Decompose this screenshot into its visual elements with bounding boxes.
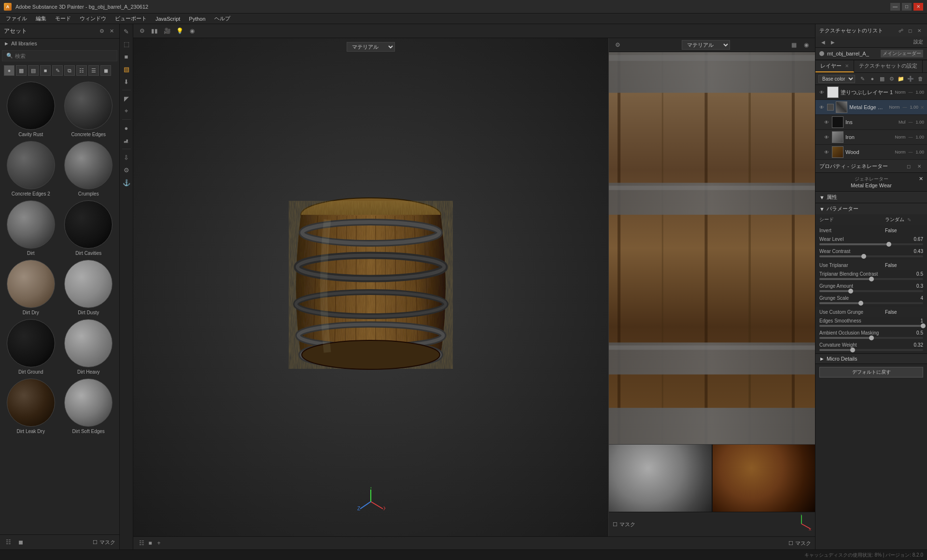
layer-generator-icon[interactable]: ⚙ <box>888 74 896 83</box>
param-edit-seed-icon[interactable]: ✎ <box>907 217 911 223</box>
add-viewport-icon[interactable]: + <box>154 539 163 547</box>
asset-panel-close-icon[interactable]: ✕ <box>108 28 115 35</box>
grid-view-icon[interactable]: ☷ <box>137 539 146 547</box>
micro-details-header[interactable]: ► Micro Details <box>815 354 927 364</box>
tool-color-btn[interactable]: ● <box>121 123 132 133</box>
layer-paint-icon[interactable]: ✎ <box>859 74 867 83</box>
tool-smudge-btn[interactable]: ▧ <box>121 64 132 74</box>
viewport-render-icon[interactable]: ◉ <box>187 26 197 36</box>
texture-main-view[interactable] <box>609 52 815 444</box>
grid-large-icon[interactable]: ◼ <box>16 538 25 546</box>
filter-thumb-btn[interactable]: ☰ <box>88 65 99 76</box>
tab-texture-settings[interactable]: テクスチャセットの設定 <box>854 60 923 72</box>
tool-settings-btn[interactable]: ⚙ <box>121 165 132 175</box>
asset-item[interactable]: Concrete Edges 2 <box>4 141 58 196</box>
layer-mask-icon[interactable]: ● <box>869 74 876 83</box>
filter-brush-btn[interactable]: ▩ <box>16 65 27 76</box>
close-button[interactable]: ✕ <box>913 3 923 11</box>
asset-item[interactable]: Dirt Cavities <box>62 200 116 256</box>
slider-track-grunge-scale[interactable] <box>819 302 923 304</box>
menu-python[interactable]: Python <box>185 15 209 23</box>
ts-expand-icon[interactable]: ◻ <box>906 27 914 34</box>
grid-small-icon[interactable]: ☷ <box>4 538 13 546</box>
layer-delete-icon[interactable]: 🗑 <box>916 74 924 83</box>
filter-grid-btn[interactable]: ☷ <box>76 65 87 76</box>
layer-add-icon[interactable]: ➕ <box>907 74 914 83</box>
single-view-icon[interactable]: ■ <box>146 539 154 547</box>
asset-item[interactable]: Dirt Heavy <box>62 319 116 375</box>
asset-item[interactable]: Dirt <box>4 200 58 256</box>
layer-visibility-wood[interactable]: 👁 <box>823 149 830 155</box>
tool-paint-btn[interactable]: ✎ <box>121 26 132 37</box>
filter-paint-btn[interactable]: ✎ <box>52 65 63 76</box>
layer-filter-icon[interactable]: ▩ <box>878 74 886 83</box>
ts-close-icon[interactable]: ✕ <box>915 27 923 34</box>
layer-item-fill[interactable]: 👁 塗りつぶしレイヤー 1 Norm — 1.00 <box>815 85 927 100</box>
asset-item[interactable]: Dirt Dusty <box>62 260 116 315</box>
attributes-section-header[interactable]: ▼ 属性 <box>815 192 927 203</box>
props-expand-icon[interactable]: ◻ <box>905 162 913 170</box>
search-input[interactable] <box>15 53 113 59</box>
asset-item[interactable]: Crumples <box>62 141 116 196</box>
slider-track-wear-contrast[interactable] <box>819 255 923 257</box>
material-select-3d[interactable]: マテリアル <box>347 42 395 52</box>
layer-visibility-ins[interactable]: 👁 <box>823 119 830 126</box>
menu-file[interactable]: ファイル <box>2 14 31 23</box>
default-button[interactable]: デフォルトに戻す <box>819 367 923 378</box>
tool-fill-btn[interactable]: ■ <box>121 51 132 62</box>
base-color-select[interactable]: Base color <box>818 75 855 83</box>
minimize-button[interactable]: — <box>890 3 900 11</box>
filter-texture-btn[interactable]: ⧉ <box>64 65 75 76</box>
tool-selection-btn[interactable]: ◤ <box>121 93 132 104</box>
all-libraries-item[interactable]: ► All libraries <box>0 39 119 48</box>
tab-layers[interactable]: レイヤー ✕ <box>815 60 854 72</box>
layer-visibility-iron[interactable]: 👁 <box>823 134 830 140</box>
layer-item-wood[interactable]: 👁 Wood Norm — 1.00 <box>815 145 927 160</box>
menu-mode[interactable]: モード <box>51 14 75 23</box>
layer-item-metal-edge[interactable]: 👁 Metal Edge Wear Norm — 1.00 ✕ <box>815 100 927 115</box>
asset-item[interactable]: Dirt Leak Dry <box>4 378 58 434</box>
asset-panel-settings-icon[interactable]: ⚙ <box>98 28 106 35</box>
viewport-settings-icon[interactable]: ⚙ <box>137 26 147 36</box>
layers-tab-close[interactable]: ✕ <box>845 63 849 69</box>
slider-track-curvature-weight[interactable] <box>819 349 923 351</box>
asset-item[interactable]: Dirt Soft Edges <box>62 378 116 434</box>
maximize-button[interactable]: □ <box>902 3 912 11</box>
texture-view-icon[interactable]: ▦ <box>789 40 799 50</box>
asset-item[interactable]: Cavity Rust <box>4 82 58 137</box>
slider-track-grunge-amount[interactable] <box>819 290 923 292</box>
layer-item-ins[interactable]: 👁 Ins Mul — 1.00 <box>815 115 927 130</box>
menu-help[interactable]: ヘルプ <box>211 14 234 23</box>
texture-render-icon[interactable]: ◉ <box>801 40 811 50</box>
texture-set-item[interactable]: mt_obj_barrel_A_ メインシェーダー <box>815 48 927 60</box>
props-close-icon[interactable]: ✕ <box>915 162 923 170</box>
material-select-texture[interactable]: マテリアル <box>682 40 730 50</box>
tool-eraser-btn[interactable]: ⬚ <box>121 39 132 49</box>
gen-close-btn[interactable]: ✕ <box>919 176 923 182</box>
ts-nav-back-icon[interactable]: ◀ <box>819 38 827 46</box>
asset-item[interactable]: Concrete Edges <box>62 82 116 137</box>
tool-clone-btn[interactable]: ⬇ <box>121 76 132 87</box>
ts-nav-forward-icon[interactable]: ▶ <box>829 38 837 46</box>
slider-track-edges-smoothness[interactable] <box>819 325 923 327</box>
params-section-header[interactable]: ▼ パラメーター <box>815 203 927 214</box>
ts-pin-icon[interactable]: ☍ <box>897 27 905 34</box>
tool-anchor-btn[interactable]: ⚓ <box>121 177 132 188</box>
slider-track-wear-level[interactable] <box>819 243 923 245</box>
menu-window[interactable]: ウィンドウ <box>76 14 110 23</box>
asset-item[interactable]: Dirt Dry <box>4 260 58 315</box>
layer-folder-icon[interactable]: 📁 <box>897 74 905 83</box>
viewport-pause-icon[interactable]: ▮▮ <box>150 26 159 36</box>
slider-track-ao-masking[interactable] <box>819 337 923 339</box>
tool-import-btn[interactable]: ⇩ <box>121 152 132 163</box>
layer-visibility-fill[interactable]: 👁 <box>818 89 825 96</box>
filter-app-btn[interactable]: ◼ <box>100 65 111 76</box>
layer-item-iron[interactable]: 👁 Iron Norm — 1.00 <box>815 130 927 145</box>
menu-edit[interactable]: 編集 <box>32 14 50 23</box>
menu-javascript[interactable]: JavaScript <box>152 15 184 23</box>
tool-transform-btn[interactable]: ⌖ <box>121 106 132 116</box>
layer-visibility-metal[interactable]: 👁 <box>818 104 825 111</box>
asset-item[interactable]: Dirt Ground <box>4 319 58 375</box>
viewport-3d[interactable]: マテリアル <box>133 38 608 536</box>
filter-all-btn[interactable]: ● <box>4 65 14 76</box>
